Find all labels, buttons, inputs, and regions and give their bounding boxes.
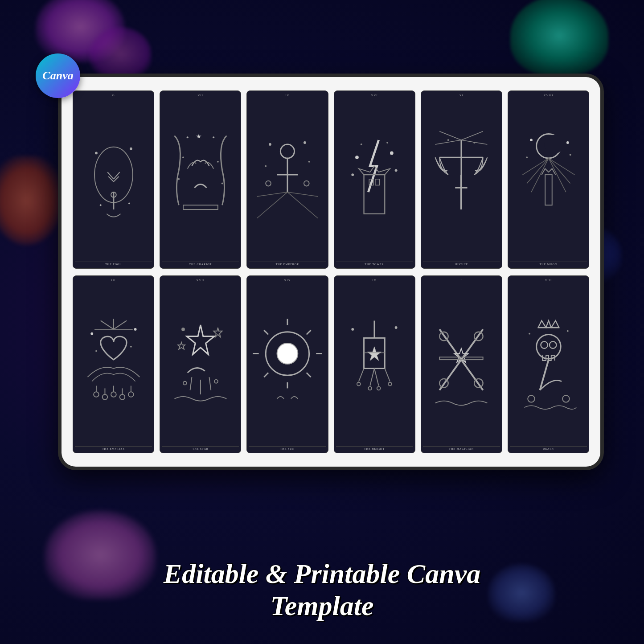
bottom-text-line1: Editable & Printable Canva [0, 558, 644, 590]
bottom-text-section: Editable & Printable Canva Template [0, 558, 644, 622]
svg-point-108 [377, 386, 381, 390]
card-death: XIII [508, 275, 589, 454]
card-the-tower: XVI [334, 90, 415, 269]
svg-line-85 [209, 377, 211, 390]
svg-line-64 [100, 320, 113, 329]
card-tower-roman: XVI [371, 94, 377, 97]
svg-point-7 [95, 152, 98, 155]
card-the-magician: I [421, 275, 502, 454]
svg-point-53 [566, 142, 569, 144]
svg-point-35 [390, 152, 394, 155]
svg-point-105 [357, 382, 361, 386]
card-chariot-art [162, 97, 239, 262]
svg-line-103 [370, 368, 374, 386]
card-hermit-roman: IX [372, 279, 376, 282]
svg-line-97 [307, 373, 311, 377]
card-death-roman: XIII [545, 279, 552, 282]
svg-line-65 [114, 320, 127, 329]
card-emperor-title: THE EMPEROR [249, 262, 326, 267]
card-the-moon: XVIII [508, 90, 589, 269]
svg-point-82 [181, 328, 185, 331]
svg-point-16 [178, 178, 180, 180]
svg-line-42 [440, 131, 462, 140]
card-fool-art [75, 97, 152, 262]
card-the-star: XVII [160, 275, 241, 454]
svg-point-55 [569, 154, 571, 156]
svg-point-14 [182, 157, 184, 159]
svg-point-75 [119, 394, 125, 400]
svg-point-126 [566, 330, 568, 332]
bottom-text-line2: Template [0, 590, 644, 622]
card-chariot-roman: VII [197, 94, 203, 97]
svg-point-9 [99, 205, 101, 206]
card-magician-roman: I [461, 279, 462, 282]
svg-point-71 [130, 346, 132, 348]
svg-point-51 [544, 135, 563, 154]
card-fool-roman: O [112, 94, 115, 97]
card-sun-art [249, 282, 326, 447]
svg-point-26 [304, 142, 306, 144]
card-hermit-art [336, 282, 413, 447]
svg-point-70 [95, 350, 97, 352]
card-justice-roman: XI [459, 94, 464, 97]
card-moon-title: THE MOON [510, 262, 587, 267]
svg-point-124 [562, 395, 570, 402]
svg-point-12 [213, 137, 214, 139]
svg-point-27 [265, 165, 267, 167]
card-emperor-art [249, 97, 326, 262]
svg-point-72 [94, 392, 99, 397]
card-justice-art [423, 97, 500, 262]
card-fool-title: THE FOOL [75, 262, 152, 267]
tablet-screen: O [62, 77, 600, 467]
svg-point-123 [528, 395, 535, 402]
svg-point-49 [474, 142, 476, 144]
svg-line-96 [264, 373, 268, 377]
card-justice-title: JUSTICE [423, 262, 500, 267]
svg-line-83 [190, 377, 192, 390]
svg-point-69 [134, 328, 136, 331]
svg-rect-13 [183, 205, 218, 210]
svg-point-107 [368, 386, 372, 390]
card-star-art [162, 282, 239, 447]
card-empress-art [75, 282, 152, 447]
svg-point-17 [221, 183, 223, 185]
svg-line-101 [359, 368, 364, 381]
svg-point-48 [447, 139, 449, 141]
card-magician-art [423, 282, 500, 447]
svg-point-68 [90, 332, 93, 335]
card-moon-roman: XVIII [543, 94, 553, 97]
svg-line-95 [307, 330, 311, 335]
svg-point-29 [266, 181, 271, 186]
svg-point-86 [183, 381, 187, 385]
svg-line-5 [114, 176, 119, 182]
card-star-title: THE STAR [162, 446, 239, 451]
card-the-empress: III [73, 275, 154, 454]
card-justice: XI [421, 90, 502, 269]
svg-rect-31 [364, 175, 385, 214]
card-magician-title: THE MAGICIAN [423, 446, 500, 451]
card-chariot-title: THE CHARIOT [162, 262, 239, 267]
svg-line-94 [264, 330, 268, 335]
svg-point-38 [361, 144, 362, 145]
card-the-hermit: IX [334, 275, 415, 454]
svg-rect-62 [545, 175, 552, 205]
svg-point-36 [351, 174, 354, 176]
svg-line-4 [108, 176, 114, 182]
card-emperor-roman: IV [285, 94, 289, 97]
jellyfish-3 [510, 0, 608, 76]
svg-point-34 [355, 156, 359, 160]
svg-point-125 [529, 333, 530, 335]
svg-line-43 [461, 131, 483, 140]
card-hermit-title: THE HERMIT [336, 446, 413, 451]
svg-point-110 [395, 326, 398, 329]
card-the-fool: O [73, 90, 154, 269]
svg-point-73 [102, 394, 107, 400]
card-sun-roman: XIX [284, 279, 291, 282]
svg-point-87 [214, 380, 218, 383]
card-star-roman: XVII [196, 279, 205, 282]
card-tower-title: THE TOWER [336, 262, 413, 267]
svg-point-76 [128, 392, 134, 397]
svg-point-120 [541, 341, 548, 349]
svg-point-15 [217, 161, 219, 163]
card-death-art [510, 282, 587, 447]
